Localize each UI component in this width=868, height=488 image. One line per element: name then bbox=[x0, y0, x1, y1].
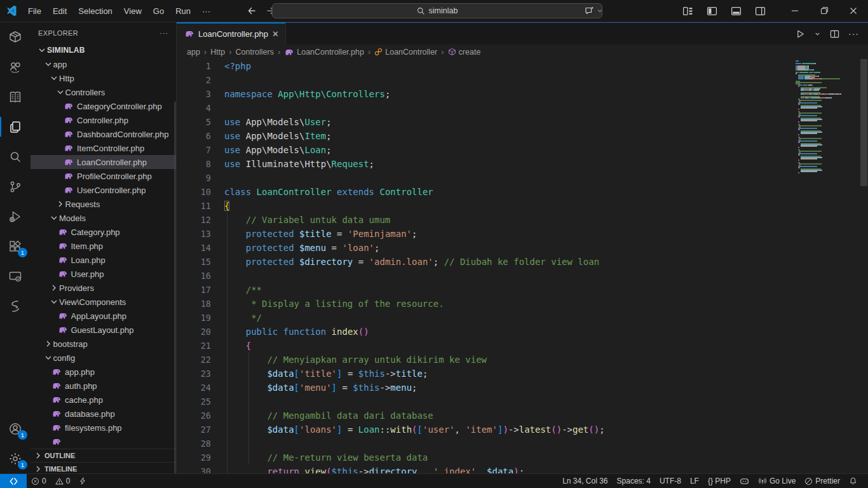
tree-file-DashboardController.php[interactable]: DashboardController.php bbox=[31, 127, 176, 141]
tree-folder-bootstrap[interactable]: bootstrap bbox=[31, 337, 176, 351]
copilot-menu[interactable] bbox=[583, 4, 604, 17]
code-line-27[interactable]: 27 $data['loans'] = Loan::with(['user', … bbox=[177, 423, 868, 437]
errors-count[interactable]: 0 bbox=[27, 474, 51, 488]
encoding[interactable]: UTF-8 bbox=[655, 474, 686, 488]
breadcrumb-item-create[interactable]: create bbox=[448, 48, 481, 57]
remote-window-icon[interactable] bbox=[0, 261, 31, 291]
sidebar-scrollbar[interactable] bbox=[174, 102, 176, 473]
tree-file-ItemController.php[interactable]: ItemController.php bbox=[31, 141, 176, 155]
eol[interactable]: LF bbox=[686, 474, 703, 488]
cursor-position[interactable]: Ln 34, Col 36 bbox=[558, 474, 612, 488]
tab-loancontroller[interactable]: LoanController.php ✕ bbox=[177, 23, 286, 44]
menu-file[interactable]: File bbox=[22, 4, 47, 18]
breadcrumb-item-controllers[interactable]: Controllers bbox=[235, 48, 273, 57]
close-window-button[interactable] bbox=[839, 0, 868, 22]
tree-folder-Controllers[interactable]: Controllers bbox=[31, 85, 176, 99]
thunder-client-icon[interactable] bbox=[0, 291, 31, 321]
menu-edit[interactable]: Edit bbox=[47, 4, 72, 18]
accounts-icon[interactable]: 1 bbox=[0, 414, 31, 444]
prettier[interactable]: Prettier bbox=[800, 474, 844, 488]
code-line-3[interactable]: 3namespace App\Http\Controllers; bbox=[177, 87, 868, 101]
customize-layout-icon[interactable] bbox=[679, 3, 696, 19]
menu-run[interactable]: Run bbox=[170, 4, 196, 18]
source-control-icon[interactable] bbox=[0, 172, 31, 201]
breadcrumb-item-http[interactable]: Http bbox=[210, 48, 225, 57]
notifications-bell[interactable] bbox=[844, 474, 862, 488]
editor-scrollbar[interactable] bbox=[860, 59, 867, 186]
tree-folder-Models[interactable]: Models bbox=[31, 211, 176, 225]
tree-file-filesystems.php[interactable]: filesystems.php bbox=[31, 421, 176, 435]
menu-view[interactable]: View bbox=[118, 4, 147, 18]
tree-folder-app[interactable]: app bbox=[31, 57, 176, 71]
code-line-16[interactable]: 16 bbox=[177, 269, 868, 283]
code-line-17[interactable]: 17 /** bbox=[177, 283, 868, 297]
remote-indicator[interactable] bbox=[0, 474, 27, 488]
code-line-29[interactable]: 29 // Me-return view beserta data bbox=[177, 451, 868, 464]
code-line-9[interactable]: 9 bbox=[177, 171, 868, 185]
tree-file-[interactable] bbox=[31, 435, 176, 449]
toggle-secondary-sidebar-icon[interactable] bbox=[751, 3, 769, 19]
split-editor-icon[interactable] bbox=[830, 29, 839, 39]
settings-gear-icon[interactable]: 1 bbox=[0, 444, 31, 473]
minimap[interactable] bbox=[796, 60, 859, 175]
tab-close-icon[interactable]: ✕ bbox=[272, 27, 279, 40]
code-line-19[interactable]: 19 */ bbox=[177, 311, 868, 325]
tree-file-app.php[interactable]: app.php bbox=[31, 365, 176, 379]
outline-section[interactable]: OUTLINE bbox=[31, 449, 176, 462]
package-icon[interactable] bbox=[0, 22, 31, 52]
code-line-13[interactable]: 13 protected $title = 'Peminjaman'; bbox=[177, 227, 868, 241]
menu-go[interactable]: Go bbox=[147, 4, 170, 18]
live-share-icon[interactable] bbox=[0, 52, 31, 82]
sidebar-more-actions[interactable]: ··· bbox=[159, 29, 168, 37]
intelephense-status[interactable] bbox=[74, 474, 91, 488]
breadcrumb-item-loancontroller.php[interactable]: LoanController.php bbox=[284, 47, 364, 57]
code-line-12[interactable]: 12 // Variabel untuk data umum bbox=[177, 213, 868, 227]
tree-file-LoanController.php[interactable]: LoanController.php bbox=[31, 155, 176, 169]
breadcrumb-item-app[interactable]: app bbox=[187, 48, 200, 57]
run-dropdown-chevron-icon[interactable] bbox=[814, 30, 821, 37]
tree-file-UserController.php[interactable]: UserController.php bbox=[31, 183, 176, 197]
breadcrumb-item-loancontroller[interactable]: LoanController bbox=[374, 48, 437, 57]
code-line-26[interactable]: 26 // Mengambil data dari database bbox=[177, 409, 868, 423]
indentation[interactable]: Spaces: 4 bbox=[613, 474, 655, 488]
tree-folder-Requests[interactable]: Requests bbox=[31, 197, 176, 211]
code-line-28[interactable]: 28 bbox=[177, 437, 868, 451]
code-line-23[interactable]: 23 $data['title'] = $this->title; bbox=[177, 367, 868, 381]
code-line-15[interactable]: 15 protected $directory = 'admin.loan'; … bbox=[177, 255, 868, 269]
tree-file-cache.php[interactable]: cache.php bbox=[31, 393, 176, 407]
tree-folder-SIMINLAB[interactable]: SIMINLAB bbox=[31, 43, 176, 57]
menu-[interactable]: ··· bbox=[196, 4, 216, 18]
code-line-7[interactable]: 7use App\Models\Loan; bbox=[177, 143, 868, 157]
timeline-section[interactable]: TIMELINE bbox=[31, 462, 176, 473]
run-file-icon[interactable] bbox=[796, 29, 805, 39]
code-line-5[interactable]: 5use App\Models\User; bbox=[177, 115, 868, 129]
explorer-icon[interactable] bbox=[0, 112, 31, 142]
editor-more-actions[interactable]: ··· bbox=[848, 29, 859, 39]
warnings-count[interactable]: 0 bbox=[51, 474, 75, 488]
search-sidebar-icon[interactable] bbox=[0, 142, 31, 172]
tree-folder-config[interactable]: config bbox=[31, 351, 176, 365]
copilot-status[interactable] bbox=[735, 474, 754, 488]
toggle-panel-icon[interactable] bbox=[727, 3, 745, 19]
code-line-20[interactable]: 20 public function index() bbox=[177, 325, 868, 339]
tree-file-CategoryController.php[interactable]: CategoryController.php bbox=[31, 99, 176, 113]
code-line-2[interactable]: 2 bbox=[177, 73, 868, 87]
code-line-10[interactable]: 10class LoanController extends Controlle… bbox=[177, 185, 868, 199]
toggle-primary-sidebar-icon[interactable] bbox=[703, 3, 721, 19]
language-mode[interactable]: {} PHP bbox=[703, 474, 735, 488]
code-line-14[interactable]: 14 protected $menu = 'loan'; bbox=[177, 241, 868, 255]
tree-file-Controller.php[interactable]: Controller.php bbox=[31, 113, 176, 127]
tree-file-AppLayout.php[interactable]: AppLayout.php bbox=[31, 309, 176, 323]
code-line-1[interactable]: 1<?php bbox=[177, 59, 868, 73]
tree-file-ProfileController.php[interactable]: ProfileController.php bbox=[31, 169, 176, 183]
run-debug-icon[interactable] bbox=[0, 201, 31, 231]
restore-button[interactable] bbox=[810, 0, 839, 22]
code-line-25[interactable]: 25 bbox=[177, 395, 868, 409]
menu-selection[interactable]: Selection bbox=[72, 4, 118, 18]
tree-file-Item.php[interactable]: Item.php bbox=[31, 239, 176, 253]
code-line-18[interactable]: 18 * Display a listing of the resource. bbox=[177, 297, 868, 311]
code-line-21[interactable]: 21 { bbox=[177, 339, 868, 353]
tree-file-Loan.php[interactable]: Loan.php bbox=[31, 253, 176, 267]
code-line-30[interactable]: 30 return view($this->directory . '.inde… bbox=[177, 464, 868, 473]
code-line-8[interactable]: 8use Illuminate\Http\Request; bbox=[177, 157, 868, 171]
